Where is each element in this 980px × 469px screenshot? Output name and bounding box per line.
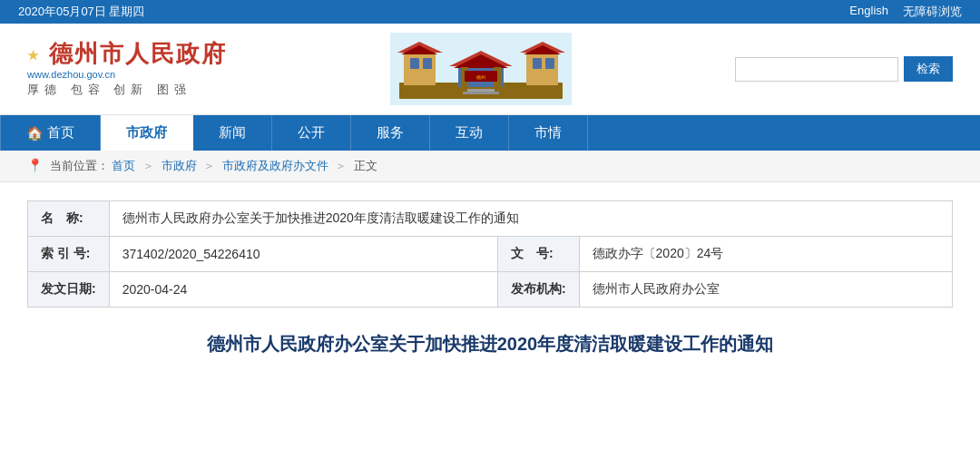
date-label: 发文日期: [28,272,110,308]
main-content: 名 称: 德州市人民政府办公室关于加快推进2020年度清洁取暖建设工作的通知 索… [0,182,980,376]
svg-rect-14 [423,58,432,69]
star-icon: ★ [27,48,41,63]
location-icon: 📍 [27,158,43,172]
date-value: 2020-04-24 [109,272,497,308]
breadcrumb-home[interactable]: 首页 [112,159,135,172]
doc-info-table: 名 称: 德州市人民政府办公室关于加快推进2020年度清洁取暖建设工作的通知 索… [27,200,953,308]
publisher-value: 德州市人民政府办公室 [579,272,952,308]
main-nav: 🏠 首页 市政府 新闻 公开 服务 互动 市情 [0,115,980,151]
nav-item-service[interactable]: 服务 [351,115,430,151]
svg-rect-15 [533,58,542,69]
article-title: 德州市人民政府办公室关于加快推进2020年度清洁取暖建设工作的通知 [27,329,953,358]
search-input[interactable] [735,57,898,82]
nav-item-news[interactable]: 新闻 [193,115,272,151]
name-value: 德州市人民政府办公室关于加快推进2020年度清洁取暖建设工作的通知 [109,201,952,237]
logo-area: ★ 德州市人民政府 www.dezhou.gov.cn 厚德 包容 创新 图强 [27,40,227,97]
docnum-value: 德政办字〔2020〕24号 [579,237,952,272]
nav-item-interact[interactable]: 互动 [430,115,509,151]
publisher-label: 发布机构: [497,272,579,308]
english-link[interactable]: English [849,4,888,20]
logo-motto: 厚德 包容 创新 图强 [27,82,227,98]
search-button[interactable]: 检索 [904,56,953,82]
index-label: 索 引 号: [28,237,110,272]
logo-title: ★ 德州市人民政府 [27,40,227,68]
date-display: 2020年05月07日 星期四 [18,4,144,20]
svg-rect-19 [467,89,495,92]
breadcrumb-current: 正文 [354,159,377,172]
index-value: 371402/2020_54226410 [109,237,497,272]
accessibility-link[interactable]: 无障碍浏览 [903,4,962,20]
svg-rect-13 [410,58,419,69]
name-label: 名 称: [28,201,110,237]
table-row-name: 名 称: 德州市人民政府办公室关于加快推进2020年度清洁取暖建设工作的通知 [28,201,953,237]
breadcrumb: 📍 当前位置： 首页 ＞ 市政府 ＞ 市政府及政府办文件 ＞ 正文 [0,151,980,182]
breadcrumb-sep-3: ＞ [335,159,347,172]
nav-item-government[interactable]: 市政府 [101,115,193,151]
docnum-label: 文 号: [497,237,579,272]
breadcrumb-docs[interactable]: 市政府及政府办文件 [222,159,328,172]
breadcrumb-sep-1: ＞ [142,159,154,172]
svg-text:德州: 德州 [476,74,485,80]
gate-image: 德州 [245,33,717,105]
nav-item-open[interactable]: 公开 [272,115,351,151]
search-area: 检索 [735,56,953,82]
svg-rect-20 [463,92,499,94]
breadcrumb-sep-2: ＞ [203,159,215,172]
table-row-index: 索 引 号: 371402/2020_54226410 文 号: 德政办字〔20… [28,237,953,272]
nav-item-home[interactable]: 🏠 首页 [0,115,101,151]
logo-url: www.dezhou.gov.cn [27,69,227,80]
top-bar: 2020年05月07日 星期四 English 无障碍浏览 [0,0,980,24]
nav-item-cityinfo[interactable]: 市情 [509,115,588,151]
top-bar-links: English 无障碍浏览 [849,4,962,20]
table-row-date: 发文日期: 2020-04-24 发布机构: 德州市人民政府办公室 [28,272,953,308]
home-icon: 🏠 [26,125,44,142]
breadcrumb-gov[interactable]: 市政府 [162,159,197,172]
header: ★ 德州市人民政府 www.dezhou.gov.cn 厚德 包容 创新 图强 [0,24,980,115]
svg-rect-16 [545,58,554,69]
